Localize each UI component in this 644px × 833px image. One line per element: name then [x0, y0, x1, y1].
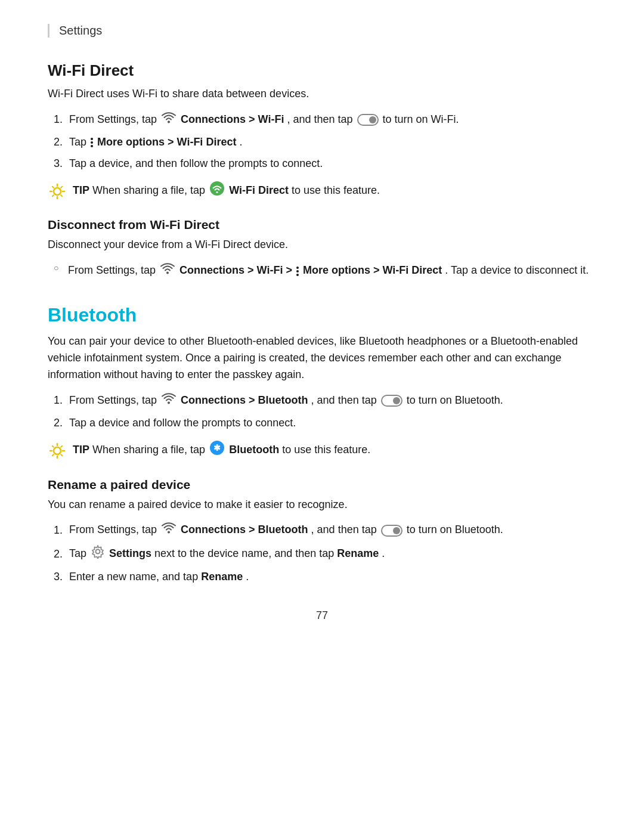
step-2: Tap More options > Wi-Fi Direct . — [66, 134, 596, 151]
more-options-icon — [91, 137, 93, 148]
tip-bluetooth-icon: ✱ — [209, 440, 225, 461]
disconnect-subsection: Disconnect from Wi-Fi Direct Disconnect … — [48, 218, 596, 280]
step-2-after: . — [239, 136, 242, 148]
disconnect-description: Disconnect your device from a Wi-Fi Dire… — [48, 237, 596, 253]
tip-icon-bt — [48, 441, 67, 460]
svg-point-11 — [216, 191, 218, 193]
bt-toggle — [381, 395, 402, 407]
step-1-after: to turn on Wi-Fi. — [383, 113, 459, 125]
tip-icon-wifi — [48, 182, 67, 201]
disconnect-more-options-icon — [296, 265, 299, 277]
svg-point-12 — [166, 272, 169, 274]
connections-wifi-icon — [161, 111, 177, 129]
rename-steps: From Settings, tap Connections > Bluetoo… — [66, 521, 596, 586]
tip-wifi-text: TIP When sharing a file, tap Wi-Fi Direc… — [73, 181, 380, 202]
disconnect-wifi-icon — [160, 262, 175, 280]
step-1-middle: , and then tap — [287, 113, 355, 125]
disconnect-bullet-list: From Settings, tap Connections > Wi-Fi > — [54, 262, 596, 280]
svg-line-9 — [52, 195, 54, 196]
rename-step-1: From Settings, tap Connections > Bluetoo… — [66, 521, 596, 540]
rename-toggle — [381, 525, 402, 537]
page-number: 77 — [48, 609, 596, 622]
rename-description: You can rename a paired device to make i… — [48, 497, 596, 513]
rename-step-3: Enter a new name, and tap Rename . — [66, 569, 596, 586]
step-2-bold: More options > Wi-Fi Direct — [97, 136, 236, 148]
step-3-text: Tap a device, and then follow the prompt… — [69, 157, 323, 169]
step-1-text-before: From Settings, tap — [69, 113, 160, 125]
header-title: Settings — [59, 24, 102, 37]
step-1-toggle — [357, 114, 379, 126]
step-2-text-before: Tap — [69, 136, 89, 148]
rename-title: Rename a paired device — [48, 478, 596, 492]
gear-settings-icon — [91, 544, 105, 564]
svg-line-8 — [61, 186, 62, 187]
svg-text:✱: ✱ — [213, 444, 221, 453]
bluetooth-title: Bluetooth — [48, 304, 596, 326]
rename-step-2: Tap Settings next to the device name, an… — [66, 544, 596, 564]
svg-line-19 — [52, 445, 54, 447]
bt-connections-icon — [161, 392, 177, 410]
step-3: Tap a device, and then follow the prompt… — [66, 156, 596, 172]
tip-bluetooth-text: TIP When sharing a file, tap ✱ Bluetooth… — [73, 440, 370, 461]
bluetooth-description: You can pair your device to other Blueto… — [48, 333, 596, 383]
svg-point-1 — [54, 188, 61, 195]
disconnect-bullet: From Settings, tap Connections > Wi-Fi > — [54, 262, 596, 280]
step-1-bold: Connections > Wi-Fi — [181, 113, 284, 125]
svg-point-26 — [96, 550, 100, 554]
tip-wifi-direct-icon — [209, 181, 225, 202]
svg-point-13 — [168, 401, 170, 404]
svg-line-21 — [61, 445, 62, 447]
bluetooth-tip: TIP When sharing a file, tap ✱ Bluetooth… — [48, 440, 596, 461]
svg-line-6 — [52, 186, 54, 187]
page-header: Settings — [48, 24, 596, 38]
svg-point-0 — [168, 120, 170, 123]
bluetooth-steps: From Settings, tap Connections > Bluetoo… — [66, 392, 596, 432]
svg-point-25 — [168, 531, 170, 534]
step-1: From Settings, tap Connections > Wi-Fi ,… — [66, 111, 596, 129]
wifi-direct-steps: From Settings, tap Connections > Wi-Fi ,… — [66, 111, 596, 172]
svg-line-7 — [61, 195, 62, 196]
wifi-direct-tip: TIP When sharing a file, tap Wi-Fi Direc… — [48, 181, 596, 202]
svg-point-14 — [54, 447, 61, 454]
bt-step-1: From Settings, tap Connections > Bluetoo… — [66, 392, 596, 410]
wifi-direct-title: Wi-Fi Direct — [48, 61, 596, 80]
svg-line-22 — [52, 454, 54, 456]
bt-step-2: Tap a device and follow the prompts to c… — [66, 415, 596, 432]
bluetooth-section: Bluetooth You can pair your device to ot… — [48, 304, 596, 586]
disconnect-title: Disconnect from Wi-Fi Direct — [48, 218, 596, 232]
wifi-direct-section: Wi-Fi Direct Wi-Fi Direct uses Wi-Fi to … — [48, 61, 596, 280]
wifi-direct-description: Wi-Fi Direct uses Wi-Fi to share data be… — [48, 86, 596, 103]
rename-connections-icon — [161, 521, 177, 540]
rename-subsection: Rename a paired device You can rename a … — [48, 478, 596, 586]
svg-line-20 — [61, 454, 62, 456]
